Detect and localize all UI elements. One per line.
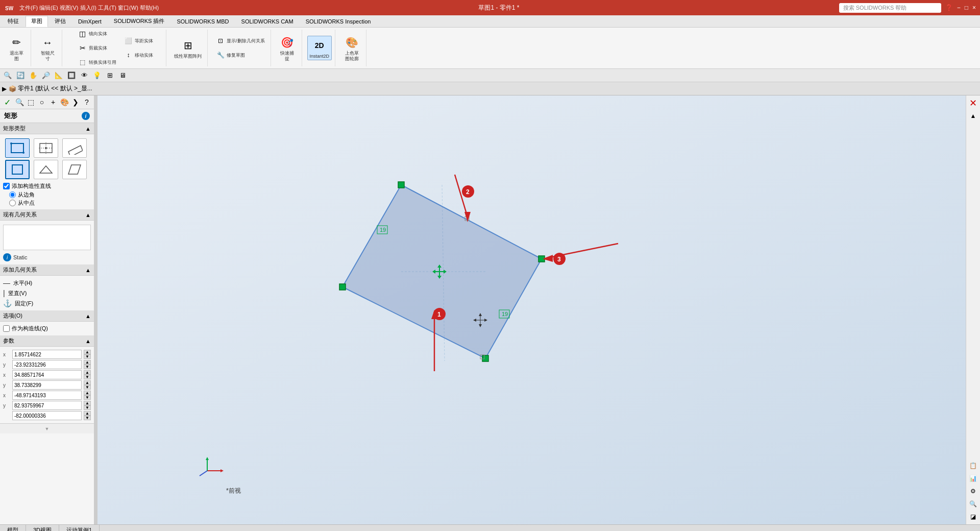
tab-sw-inspection[interactable]: SOLIDWORKS Inspection [300, 16, 377, 27]
close-panel-btn[interactable]: ✕ [968, 98, 979, 109]
trim-button[interactable]: ✂ 剪裁实体 [75, 41, 110, 55]
param-angle-spin[interactable]: ▲▼ [84, 411, 91, 420]
from-midpoint-radio[interactable] [9, 200, 16, 206]
panel-color-btn[interactable]: 🎨 [59, 96, 69, 108]
view-options-btn5[interactable]: ◪ [968, 511, 979, 522]
angled-rect-btn[interactable] [62, 160, 87, 179]
from-corner-radio[interactable] [9, 191, 16, 198]
panel-circle-btn[interactable]: ○ [37, 96, 47, 108]
construction-option-checkbox[interactable] [3, 325, 10, 332]
search-view-btn[interactable]: 🔍 [2, 70, 13, 81]
tab-evaluate[interactable]: 评估 [49, 16, 71, 27]
exit-sketch-button[interactable]: ✏ 退出草图 [5, 33, 28, 63]
horizontal-rel-row[interactable]: — 水平(H) [3, 278, 91, 288]
param-y3-spin[interactable]: ▲▼ [84, 401, 91, 410]
mirror-button[interactable]: ◫ 镜向实体 [75, 28, 110, 40]
canvas-area[interactable]: 19 19 1 2 [97, 95, 980, 524]
part-breadcrumb[interactable]: 📦 零件1 (默认 << 默认 >_显... [9, 84, 92, 93]
spin-up[interactable]: ▲ [84, 391, 91, 395]
pan-btn[interactable]: ✋ [28, 70, 39, 81]
display-screen-btn[interactable]: 🖥 [117, 70, 128, 81]
convert-button[interactable]: ⬚ 转换实体引用 [75, 56, 119, 68]
minimize-button[interactable]: − [957, 4, 961, 11]
rect-type-section-header[interactable]: 矩形类型 ▲ [0, 123, 94, 134]
spin-up[interactable]: ▲ [84, 401, 91, 405]
hide-show-btn[interactable]: 👁 [79, 70, 90, 81]
fixed-rel-row[interactable]: ⚓ 固定(F) [3, 298, 91, 308]
param-x2-input[interactable] [12, 370, 82, 379]
param-y1-input[interactable] [12, 360, 82, 369]
help-icon[interactable]: ❓ [945, 4, 953, 11]
help-info-icon[interactable]: i [82, 112, 90, 120]
relations-listbox[interactable] [3, 225, 91, 250]
view-options-btn4[interactable]: 🔍 [968, 498, 979, 510]
view-options-btn1[interactable]: 📋 [968, 460, 979, 471]
tab-sw-plugins[interactable]: SOLIDWORKS 插件 [108, 16, 170, 27]
param-x2-spin[interactable]: ▲▼ [84, 370, 91, 379]
render-btn[interactable]: 💡 [91, 70, 103, 81]
display-style-btn[interactable]: 🔲 [66, 70, 77, 81]
tab-dimxpert[interactable]: DimXpert [72, 16, 107, 27]
panel-help-btn[interactable]: ? [82, 96, 92, 108]
center-rect-btn[interactable] [34, 138, 58, 158]
maximize-button[interactable]: □ [965, 4, 968, 11]
3pt-center-rect-btn[interactable] [34, 160, 58, 179]
add-relations-header[interactable]: 添加几何关系 ▲ [0, 264, 94, 276]
section-view-btn[interactable]: ⊞ [104, 70, 115, 81]
panel-pin-btn[interactable]: ✓ [2, 96, 12, 108]
panel-search-btn[interactable]: 🔍 [14, 96, 24, 108]
panel-collapse-btn[interactable]: ❯ [70, 96, 81, 108]
spin-down[interactable]: ▼ [84, 416, 91, 420]
tab-sketch[interactable]: 草图 [26, 16, 48, 27]
existing-relations-header[interactable]: 现有几何关系 ▲ [0, 209, 94, 221]
spin-down[interactable]: ▼ [84, 354, 91, 359]
panel-rect-btn[interactable]: ⬚ [26, 96, 36, 108]
spin-down[interactable]: ▼ [84, 365, 91, 369]
close-button[interactable]: × [972, 4, 976, 11]
view-options-btn3[interactable]: ⚙ [968, 486, 979, 497]
panel-snap-btn[interactable]: + [48, 96, 58, 108]
corner-rect-btn[interactable] [5, 138, 30, 158]
tab-sw-mbd[interactable]: SOLIDWORKS MBD [171, 16, 234, 27]
smart-dim-button[interactable]: ↔ 智能尺寸 [36, 33, 59, 63]
tab-sw-cam[interactable]: SOLIDWORKS CAM [236, 16, 299, 27]
titlebar-controls[interactable]: 搜索 SOLIDWORKS 帮助 ❓ − □ × [839, 3, 976, 13]
rotate-btn[interactable]: 🔄 [15, 70, 26, 81]
handle-br[interactable] [482, 355, 488, 361]
param-x3-input[interactable] [12, 391, 82, 400]
spin-down[interactable]: ▼ [84, 395, 91, 400]
tab-features[interactable]: 特征 [2, 16, 24, 27]
spin-up[interactable]: ▲ [84, 350, 91, 354]
linear-array-button[interactable]: ⊞ 线性草图阵列 [172, 36, 204, 61]
zoom-btn[interactable]: 🔎 [40, 70, 52, 81]
param-y3-input[interactable] [12, 401, 82, 410]
spin-up[interactable]: ▲ [84, 370, 91, 375]
panel-scroll[interactable]: 矩形 i 矩形类型 ▲ [0, 109, 94, 524]
spin-down[interactable]: ▼ [84, 385, 91, 390]
construction-line-checkbox[interactable] [3, 183, 10, 189]
params-header[interactable]: 参数 ▲ [0, 335, 94, 347]
param-y1-spin[interactable]: ▲▼ [84, 360, 91, 369]
offset-button[interactable]: ⬜ 等距实体 [121, 34, 156, 47]
spin-up[interactable]: ▲ [84, 411, 91, 416]
move-button[interactable]: ↕ 移动实体 [121, 49, 156, 62]
show-relations-button[interactable]: ⊡ 显示/删除几何关系 [213, 34, 267, 47]
view-options-btn2[interactable]: 📊 [968, 473, 979, 484]
tab-model[interactable]: 模型 [0, 525, 26, 531]
3pt-corner-rect-btn[interactable] [62, 138, 87, 158]
repair-button[interactable]: 🔧 修复草图 [213, 49, 267, 62]
spin-up[interactable]: ▲ [84, 360, 91, 365]
handle-tl[interactable] [398, 182, 404, 188]
param-angle-input[interactable] [12, 411, 82, 420]
vertical-rel-row[interactable]: | 竖直(V) [3, 288, 91, 298]
handle-bl[interactable] [339, 284, 346, 290]
instant2d-button[interactable]: 2D Instant2D [307, 36, 332, 61]
up-btn[interactable]: ▲ [968, 110, 979, 122]
search-box[interactable]: 搜索 SOLIDWORKS 帮助 [839, 3, 941, 13]
param-y2-input[interactable] [12, 380, 82, 390]
parallelogram-btn[interactable] [5, 160, 30, 179]
spin-up[interactable]: ▲ [84, 380, 91, 385]
tab-motion1[interactable]: 运动算例1 [59, 525, 100, 531]
shaded-contour-button[interactable]: 🎨 上色草图轮廓 [340, 33, 363, 63]
options-header[interactable]: 选项(O) ▲ [0, 310, 94, 322]
